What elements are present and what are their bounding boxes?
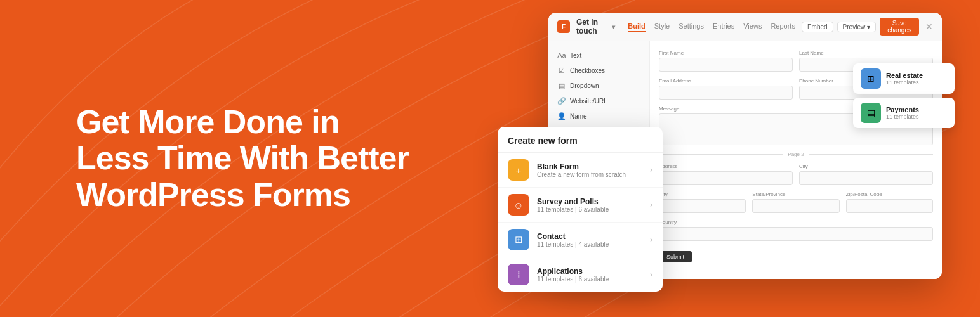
field-website-url[interactable]: 🔗 Website/URL bbox=[555, 93, 643, 108]
submit-button-area: Submit bbox=[659, 247, 933, 262]
payments-text: Payments 11 templates bbox=[886, 106, 919, 120]
page-divider-line-left bbox=[659, 154, 783, 155]
real-estate-text: Real estate 11 templates bbox=[886, 72, 923, 86]
applications-chevron: › bbox=[650, 270, 652, 279]
hero-title-line2: Less Time With Better bbox=[76, 139, 409, 176]
form-field-city: City bbox=[799, 164, 933, 185]
modal-title: Create new form bbox=[508, 136, 652, 146]
form-field-state: State/Province bbox=[752, 191, 839, 213]
form-title: Get in touch ▾ bbox=[576, 18, 615, 36]
save-changes-button[interactable]: Save changes bbox=[880, 18, 919, 36]
chevron-down-icon: ▾ bbox=[867, 23, 870, 30]
page-divider-label: Page 2 bbox=[788, 152, 804, 157]
form-row-country: Country bbox=[659, 219, 933, 241]
tab-reports[interactable]: Reports bbox=[771, 21, 795, 32]
name-icon: 👤 bbox=[557, 112, 566, 120]
survey-icon: ☺ bbox=[508, 194, 529, 216]
ui-screenshot-area: F Get in touch ▾ Build Style Settings En… bbox=[498, 13, 955, 304]
form-field-email: Email Address bbox=[659, 78, 793, 100]
hero-title-line3: WordPress Forms bbox=[76, 176, 350, 213]
close-icon[interactable]: ✕ bbox=[925, 22, 933, 32]
template-card-real-estate[interactable]: ⊞ Real estate 11 templates bbox=[853, 63, 955, 94]
modal-item-contact[interactable]: ⊞ Contact 11 templates | 4 available › bbox=[498, 223, 663, 257]
form-title-chevron: ▾ bbox=[612, 23, 615, 30]
checkboxes-icon: ☑ bbox=[557, 66, 566, 75]
contact-icon: ⊞ bbox=[508, 229, 529, 250]
tab-settings[interactable]: Settings bbox=[679, 21, 704, 32]
modal-item-blank-form[interactable]: + Blank Form Create a new form from scra… bbox=[498, 153, 663, 188]
modal-item-applications[interactable]: ⁞ Applications 11 templates | 6 availabl… bbox=[498, 257, 663, 292]
create-new-form-modal: Create new form + Blank Form Create a ne… bbox=[498, 127, 663, 292]
submit-button[interactable]: Submit bbox=[659, 251, 692, 262]
form-field-country: Country bbox=[659, 219, 933, 241]
modal-item-survey[interactable]: ☺ Survey and Polls 11 templates | 6 avai… bbox=[498, 188, 663, 223]
field-checkboxes[interactable]: ☑ Checkboxes bbox=[555, 63, 643, 78]
field-dropdown[interactable]: ▤ Dropdown bbox=[555, 78, 643, 93]
url-icon: 🔗 bbox=[557, 96, 566, 105]
form-field-city2: City bbox=[659, 191, 746, 213]
nav-actions: Embed Preview ▾ Save changes ✕ bbox=[802, 18, 933, 36]
tab-entries[interactable]: Entries bbox=[713, 21, 734, 32]
applications-text: Applications 11 templates | 6 available bbox=[537, 267, 609, 283]
form-field-first-name: First Name bbox=[659, 50, 793, 72]
template-cards: ⊞ Real estate 11 templates ▤ Payments 11… bbox=[853, 63, 955, 128]
window-logo-icon: F bbox=[557, 20, 570, 33]
modal-header: Create new form bbox=[498, 127, 663, 153]
page-divider: Page 2 bbox=[659, 152, 933, 157]
template-card-payments[interactable]: ▤ Payments 11 templates bbox=[853, 98, 955, 128]
hero-section: Get More Done in Less Time With Better W… bbox=[0, 0, 980, 317]
form-row-address: Address City bbox=[659, 164, 933, 185]
dropdown-icon: ▤ bbox=[557, 81, 566, 90]
applications-icon: ⁞ bbox=[508, 264, 529, 285]
field-name[interactable]: 👤 Name bbox=[555, 108, 643, 124]
tab-build[interactable]: Build bbox=[628, 21, 646, 32]
hero-title: Get More Done in Less Time With Better W… bbox=[76, 104, 409, 213]
window-topbar: F Get in touch ▾ Build Style Settings En… bbox=[548, 13, 942, 41]
blank-form-chevron: › bbox=[650, 165, 652, 174]
embed-button[interactable]: Embed bbox=[802, 22, 833, 32]
form-field-address: Address bbox=[659, 164, 793, 185]
preview-button[interactable]: Preview ▾ bbox=[837, 22, 877, 32]
text-field-icon: Aa bbox=[557, 51, 566, 60]
survey-chevron: › bbox=[650, 200, 652, 209]
nav-tabs: Build Style Settings Entries Views Repor… bbox=[628, 21, 795, 32]
blank-form-text: Blank Form Create a new form from scratc… bbox=[537, 162, 626, 178]
blank-form-icon: + bbox=[508, 159, 529, 181]
tab-style[interactable]: Style bbox=[654, 21, 670, 32]
hero-title-line1: Get More Done in bbox=[76, 103, 339, 140]
payments-icon: ▤ bbox=[861, 103, 881, 123]
real-estate-icon: ⊞ bbox=[861, 68, 881, 89]
field-text[interactable]: Aa Text bbox=[555, 48, 643, 63]
form-field-zip: Zip/Postal Code bbox=[846, 191, 933, 213]
survey-text: Survey and Polls 11 templates | 6 availa… bbox=[537, 197, 609, 213]
contact-text: Contact 11 templates | 4 available bbox=[537, 232, 609, 248]
form-row-city-state: City State/Province Zip/Postal Code bbox=[659, 191, 933, 213]
hero-text-block: Get More Done in Less Time With Better W… bbox=[76, 104, 409, 213]
tab-views[interactable]: Views bbox=[743, 21, 762, 32]
contact-chevron: › bbox=[650, 235, 652, 244]
page-divider-line-right bbox=[809, 154, 933, 155]
